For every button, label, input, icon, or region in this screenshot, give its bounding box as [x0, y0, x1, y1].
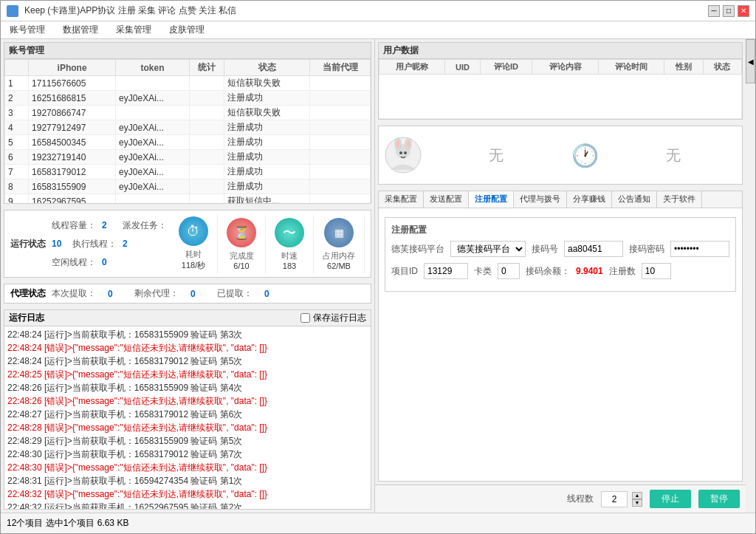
thread-value: 2: [102, 220, 117, 230]
log-line: 22:48:30 [错误]>{"message":"短信还未到达,请继续获取",…: [7, 461, 368, 474]
table-row[interactable]: 6 19232719140 eyJ0eXAi... 注册成功: [5, 150, 371, 165]
row-status: 注册成功: [224, 135, 310, 150]
project-label: 项目ID: [391, 265, 418, 278]
reg-count-label: 注册数: [609, 265, 636, 278]
password-input[interactable]: [670, 241, 729, 257]
config-tab-注册配置[interactable]: 注册配置: [469, 191, 514, 208]
menu-collect[interactable]: 采集管理: [113, 22, 154, 38]
metric-speed-icon: 〜: [275, 218, 304, 247]
user-col-comment-id: 评论ID: [480, 60, 532, 75]
config-tab-代理与拨号[interactable]: 代理与拨号: [514, 191, 567, 208]
status-bar: 12个项目 选中1个项目 6.63 KB: [1, 513, 755, 533]
menu-data[interactable]: 数据管理: [60, 22, 101, 38]
log-section: 运行日志 保存运行日志 22:48:24 [运行]>当前获取手机：1658315…: [4, 309, 371, 510]
log-line: 22:48:30 [运行]>当前获取手机：16583179012 验证码 第7次: [7, 448, 368, 461]
table-row[interactable]: 5 16584500345 eyJ0eXAi... 注册成功: [5, 135, 371, 150]
row-proxy: [310, 179, 371, 194]
close-button[interactable]: ✕: [738, 5, 749, 17]
log-header: 运行日志 保存运行日志: [4, 310, 371, 326]
no-data-2: 无: [611, 146, 737, 165]
table-row[interactable]: 9 16252967595 获取短信中...: [5, 194, 371, 204]
config-tab-分享赚钱[interactable]: 分享赚钱: [567, 191, 612, 208]
row-token: eyJ0eXAi...: [116, 179, 190, 194]
clock-icon-container: 🕐: [571, 143, 599, 168]
submitted-label: 已提取：: [217, 287, 252, 300]
thread-label-bottom: 线程数: [567, 493, 594, 505]
proxy-row: 本次提取： 0 剩余代理： 0 已提取： 0: [52, 287, 279, 300]
menu-skin[interactable]: 皮肤管理: [166, 22, 207, 38]
main-content: 账号管理 iPhone token 统计 状态 当前代理: [1, 39, 755, 513]
metric-progress: ⏳ 完成度 6/10: [218, 215, 266, 273]
row-token: eyJ0eXAi...: [116, 150, 190, 165]
pause-button[interactable]: 暂停: [698, 490, 740, 508]
row-id: 6: [5, 150, 29, 165]
status-info: 12个项目 选中1个项目 6.63 KB: [7, 517, 128, 530]
log-body[interactable]: 22:48:24 [运行]>当前获取手机：16583155909 验证码 第3次…: [4, 326, 371, 509]
log-line: 22:48:32 [运行]>当前获取手机：16252967595 验证码 第2次: [7, 501, 368, 509]
row-count: [189, 106, 224, 120]
side-expand-button[interactable]: ◀: [746, 39, 755, 83]
config-tab-采集配置[interactable]: 采集配置: [379, 191, 424, 208]
title-bar-left: Keep (卡路里)APP协议 注册 采集 评论 点赞 关注 私信: [7, 4, 236, 17]
right-panel: 用户数据 用户昵称 UID 评论ID 评论内容 评论时间 性别 状态: [375, 39, 746, 513]
log-line: 22:48:32 [错误]>{"message":"短信还未到达,请继续获取",…: [7, 487, 368, 501]
row-status: 注册成功: [224, 120, 310, 135]
row-count: [189, 179, 224, 194]
run-status-row: 线程容量： 2 派发任务： 10 执行线程： 2 空闲线程： 0: [52, 219, 170, 269]
log-line: 22:48:24 [运行]>当前获取手机：16583155909 验证码 第3次: [7, 328, 368, 341]
metric-time: ⏱ 耗时 118/秒: [170, 213, 218, 274]
table-row[interactable]: 1 17115676605 短信获取失败: [5, 76, 371, 91]
row-proxy: [310, 120, 371, 135]
app-icon: [7, 5, 18, 17]
save-log-checkbox[interactable]: [300, 313, 310, 323]
save-log-label[interactable]: 保存运行日志: [300, 312, 366, 324]
submitted-value: 0: [264, 289, 279, 299]
table-row[interactable]: 2 16251686815 eyJ0eXAi... 注册成功: [5, 91, 371, 106]
row-id: 2: [5, 91, 29, 106]
title-bar: Keep (卡路里)APP协议 注册 采集 评论 点赞 关注 私信 ─ □ ✕: [1, 1, 755, 21]
menu-account[interactable]: 账号管理: [7, 22, 48, 38]
avatar-section: 无 🕐 无: [378, 126, 743, 185]
config-tab-发送配置[interactable]: 发送配置: [424, 191, 469, 208]
register-config-inner: 注册配置 德芙接码平台 德芙接码平台 接码号 接码密码 项: [385, 217, 736, 292]
log-line: 22:48:27 [运行]>当前获取手机：16583179012 验证码 第6次: [7, 408, 368, 421]
config-tab-关于软件[interactable]: 关于软件: [657, 191, 702, 208]
log-line: 22:48:25 [错误]>{"message":"短信还未到达,请继续获取",…: [7, 368, 368, 381]
decode-input[interactable]: [564, 241, 623, 257]
project-input[interactable]: [424, 263, 468, 279]
row-count: [189, 194, 224, 204]
thread-up-button[interactable]: ▲: [632, 492, 642, 499]
thread-count-input[interactable]: [601, 491, 628, 507]
thread-down-button[interactable]: ▼: [632, 499, 642, 507]
config-tab-公告通知[interactable]: 公告通知: [612, 191, 657, 208]
platform-select[interactable]: 德芙接码平台: [450, 241, 526, 257]
metric-time-value: 118/秒: [182, 260, 205, 271]
reg-count-input[interactable]: [642, 263, 671, 279]
table-row[interactable]: 4 19277912497 eyJ0eXAi... 注册成功: [5, 120, 371, 135]
table-row[interactable]: 7 16583179012 eyJ0eXAi... 注册成功: [5, 165, 371, 179]
main-window: Keep (卡路里)APP协议 注册 采集 评论 点赞 关注 私信 ─ □ ✕ …: [0, 0, 756, 534]
row-id: 3: [5, 106, 29, 120]
dispatch-label: 派发任务：: [123, 219, 167, 232]
metric-memory-label: 占用内存: [323, 250, 355, 261]
row-proxy: [310, 150, 371, 165]
maximize-button[interactable]: □: [723, 5, 735, 17]
stop-button[interactable]: 停止: [650, 490, 691, 508]
metric-time-icon: ⏱: [179, 216, 208, 246]
table-row[interactable]: 3 19270866747 短信获取失败: [5, 106, 371, 120]
minimize-button[interactable]: ─: [708, 5, 720, 17]
row-iphone: 16252967595: [29, 194, 116, 204]
svg-point-5: [407, 140, 410, 148]
account-table: iPhone token 统计 状态 当前代理 1 17115676605 短信…: [4, 59, 371, 203]
user-col-status: 状态: [703, 60, 741, 75]
row-iphone: 19232719140: [29, 150, 116, 165]
col-id: [5, 60, 29, 76]
user-col-comment: 评论内容: [532, 60, 598, 75]
row-iphone: 16583155909: [29, 179, 116, 194]
row-token: [116, 106, 190, 120]
row-token: eyJ0eXAi...: [116, 120, 190, 135]
row-status: 短信获取失败: [224, 76, 310, 91]
table-row[interactable]: 8 16583155909 eyJ0eXAi... 注册成功: [5, 179, 371, 194]
card-input[interactable]: [498, 263, 520, 279]
row-iphone: 19270866747: [29, 106, 116, 120]
